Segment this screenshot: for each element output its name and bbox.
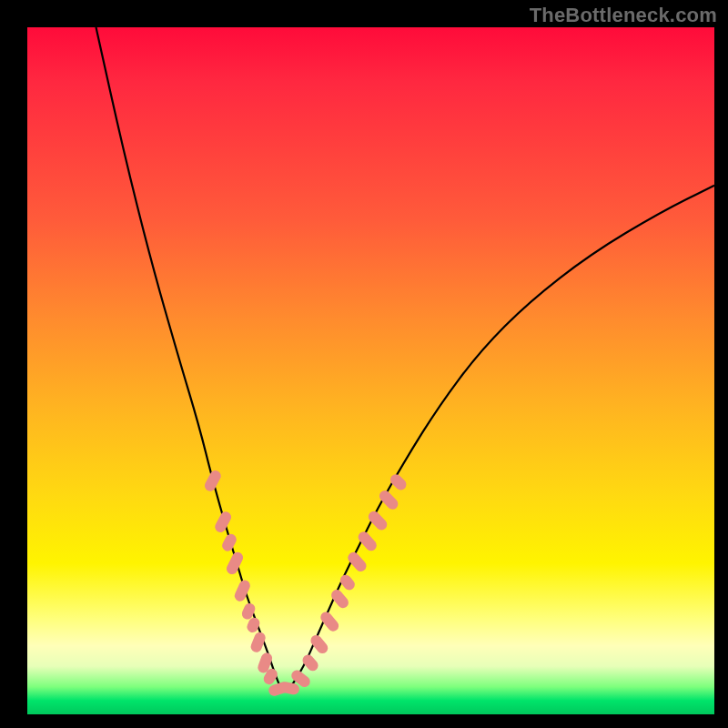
curve-marker	[366, 509, 389, 532]
curve-marker	[220, 532, 238, 553]
curve-marker	[225, 551, 245, 576]
curve-marker	[203, 469, 223, 493]
chart-frame: TheBottleneck.com	[0, 0, 728, 728]
curve-marker	[213, 510, 233, 534]
curve-marker	[318, 610, 341, 633]
curve-marker	[300, 652, 320, 673]
plot-area	[27, 27, 714, 714]
chart-svg	[27, 27, 714, 714]
bottleneck-curve	[96, 27, 715, 691]
curve-marker	[308, 632, 330, 655]
marker-group	[203, 469, 409, 698]
curve-marker	[377, 489, 399, 512]
curve-marker	[329, 588, 351, 611]
curve-marker	[356, 530, 379, 553]
curve-marker	[338, 572, 357, 592]
curve-marker	[346, 550, 369, 573]
watermark-text: TheBottleneck.com	[530, 4, 717, 27]
curve-marker	[388, 472, 409, 492]
